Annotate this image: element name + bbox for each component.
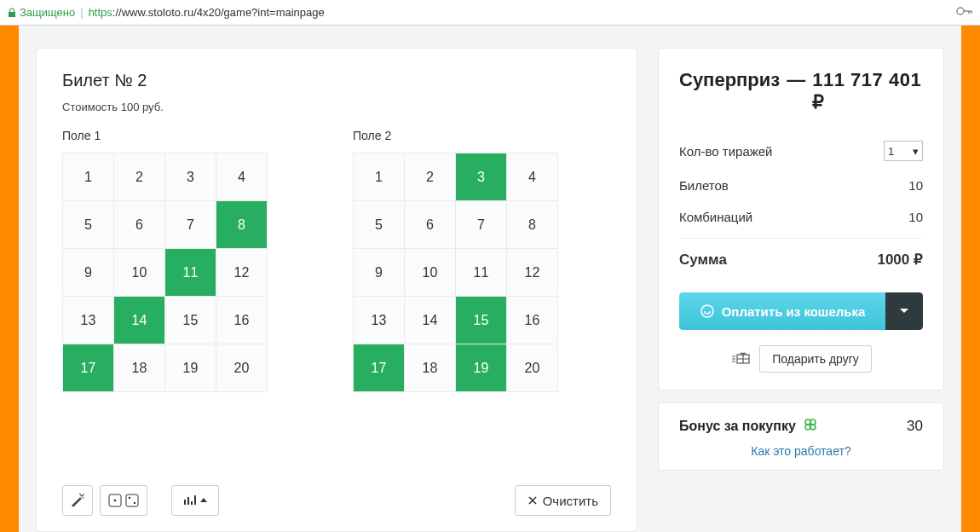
- pay-button[interactable]: Оплатить из кошелька: [679, 292, 885, 330]
- dash: —: [787, 69, 805, 91]
- bonus-card: Бонус за покупку 30 Как это работает?: [658, 402, 944, 471]
- prize-label: Суперприз: [679, 69, 780, 91]
- dice-buttons[interactable]: [100, 485, 147, 516]
- svg-point-11: [810, 425, 816, 430]
- separator: |: [80, 6, 83, 19]
- number-cell[interactable]: 7: [456, 201, 507, 249]
- number-cell[interactable]: 3: [456, 153, 507, 201]
- magic-wand-button[interactable]: [62, 485, 93, 516]
- field-2: Поле 2 1234567891011121314151617181920: [353, 129, 558, 392]
- lock-icon: Защищено: [7, 6, 75, 19]
- clear-label: Очистить: [543, 494, 598, 508]
- tickets-label: Билетов: [679, 178, 729, 193]
- pay-dropdown[interactable]: [885, 292, 923, 330]
- pay-label: Оплатить из кошелька: [722, 304, 866, 319]
- number-cell[interactable]: 6: [405, 201, 456, 249]
- bonus-value: 30: [907, 418, 923, 435]
- number-cell[interactable]: 19: [456, 344, 507, 392]
- stats-buttons[interactable]: [171, 485, 219, 516]
- number-cell[interactable]: 10: [114, 249, 165, 297]
- draws-select[interactable]: 1 ▾: [884, 141, 923, 161]
- combos-label: Комбинаций: [679, 210, 752, 224]
- number-cell[interactable]: 3: [165, 153, 216, 201]
- bonus-label: Бонус за покупку: [679, 419, 796, 434]
- ticket-card: Билет № 2 Стоимость 100 руб. Поле 1 1234…: [36, 48, 637, 532]
- number-cell[interactable]: 17: [354, 344, 405, 392]
- number-cell[interactable]: 1: [354, 153, 405, 201]
- ticket-toolbar: Очистить: [62, 465, 611, 516]
- url-text[interactable]: https://www.stoloto.ru/4x20/game?int=mai…: [89, 6, 325, 19]
- summary-card: Суперприз — 111 717 401 ₽ Кол-во тиражей…: [658, 48, 944, 390]
- number-cell[interactable]: 7: [165, 201, 216, 249]
- number-cell[interactable]: 15: [456, 297, 507, 344]
- number-cell[interactable]: 6: [114, 201, 165, 249]
- number-cell[interactable]: 10: [405, 249, 456, 297]
- number-grid-2: 1234567891011121314151617181920: [353, 153, 558, 392]
- number-cell[interactable]: 9: [63, 249, 114, 297]
- svg-point-0: [957, 8, 964, 14]
- number-cell[interactable]: 11: [165, 249, 216, 297]
- number-cell[interactable]: 14: [405, 297, 456, 344]
- number-cell[interactable]: 4: [216, 153, 268, 201]
- number-cell[interactable]: 5: [63, 201, 114, 249]
- ticket-title: Билет № 2: [62, 71, 611, 90]
- total-value: 1000 ₽: [877, 251, 923, 269]
- svg-rect-3: [126, 494, 138, 506]
- number-cell[interactable]: 15: [165, 297, 216, 344]
- secure-label: Защищено: [20, 6, 75, 19]
- wallet-icon: [700, 304, 715, 319]
- key-icon[interactable]: [956, 6, 973, 19]
- chevron-down-icon: [899, 308, 909, 315]
- number-cell[interactable]: 16: [216, 297, 268, 344]
- gift-button[interactable]: Подарить другу: [759, 345, 872, 373]
- field-1: Поле 1 1234567891011121314151617181920: [62, 129, 268, 392]
- number-cell[interactable]: 20: [216, 344, 268, 392]
- number-cell[interactable]: 1: [63, 153, 114, 201]
- number-cell[interactable]: 17: [63, 344, 114, 392]
- prize-value: 111 717 401 ₽: [812, 69, 923, 113]
- number-cell[interactable]: 20: [507, 344, 558, 392]
- number-cell[interactable]: 8: [216, 201, 268, 249]
- draws-label: Кол-во тиражей: [679, 144, 773, 159]
- number-cell[interactable]: 2: [114, 153, 165, 201]
- svg-point-6: [701, 305, 713, 317]
- number-cell[interactable]: 14: [114, 297, 165, 344]
- svg-point-9: [810, 419, 816, 425]
- number-cell[interactable]: 16: [507, 297, 558, 344]
- number-cell[interactable]: 8: [507, 201, 558, 249]
- number-cell[interactable]: 12: [507, 249, 558, 297]
- right-stripe: [961, 26, 980, 532]
- field1-label: Поле 1: [62, 129, 268, 142]
- summary-panel: Суперприз — 111 717 401 ₽ Кол-во тиражей…: [658, 48, 944, 532]
- close-icon: [527, 495, 538, 506]
- ticket-cost: Стоимость 100 руб.: [62, 101, 611, 113]
- number-cell[interactable]: 19: [165, 344, 216, 392]
- number-cell[interactable]: 4: [507, 153, 558, 201]
- svg-point-8: [805, 419, 810, 425]
- gift-icon: [730, 350, 751, 368]
- address-bar: Защищено | https://www.stoloto.ru/4x20/g…: [0, 0, 980, 26]
- number-cell[interactable]: 18: [405, 344, 456, 392]
- svg-point-5: [134, 502, 135, 504]
- svg-point-2: [114, 500, 117, 502]
- number-cell[interactable]: 12: [216, 249, 268, 297]
- number-cell[interactable]: 2: [405, 153, 456, 201]
- total-label: Сумма: [679, 252, 727, 269]
- number-cell[interactable]: 13: [354, 297, 405, 344]
- combos-value: 10: [908, 210, 923, 224]
- number-cell[interactable]: 18: [114, 344, 165, 392]
- svg-point-4: [129, 497, 130, 499]
- chevron-down-icon: ▾: [913, 145, 919, 158]
- svg-point-10: [805, 425, 810, 430]
- number-cell[interactable]: 9: [354, 249, 405, 297]
- tickets-value: 10: [908, 178, 923, 193]
- left-stripe: [0, 26, 19, 532]
- number-cell[interactable]: 11: [456, 249, 507, 297]
- how-it-works-link[interactable]: Как это работает?: [679, 444, 923, 458]
- number-cell[interactable]: 13: [63, 297, 114, 344]
- number-grid-1: 1234567891011121314151617181920: [62, 153, 268, 392]
- clover-icon: [803, 417, 818, 436]
- clear-button[interactable]: Очистить: [515, 485, 611, 516]
- number-cell[interactable]: 5: [354, 201, 405, 249]
- field2-label: Поле 2: [353, 129, 558, 142]
